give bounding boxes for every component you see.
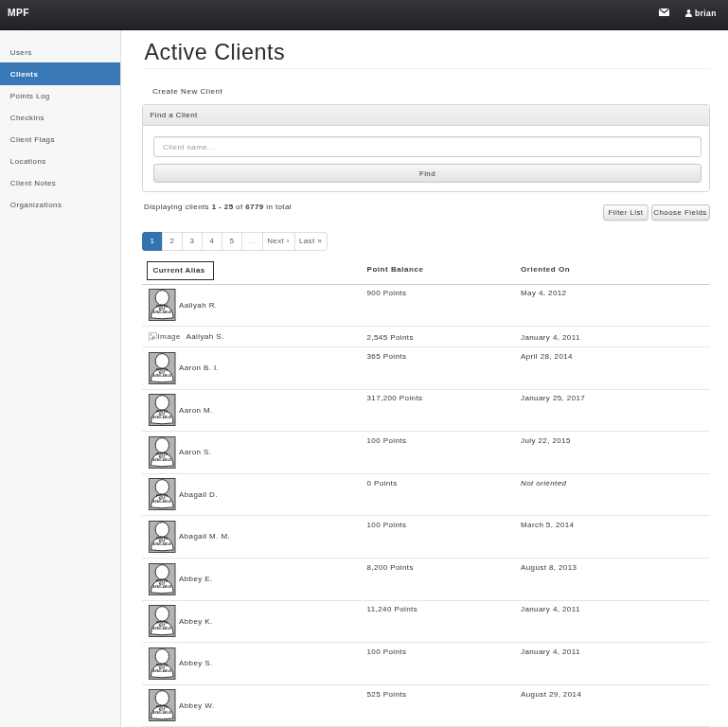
svg-text:AVAILABLE: AVAILABLE: [152, 712, 171, 716]
svg-text:AVAILABLE: AVAILABLE: [152, 374, 171, 378]
svg-text:AVAILABLE: AVAILABLE: [152, 501, 171, 505]
svg-text:AVAILABLE: AVAILABLE: [152, 628, 171, 631]
svg-text:AVAILABLE: AVAILABLE: [152, 542, 171, 546]
svg-text:AVAILABLE: AVAILABLE: [152, 585, 171, 589]
svg-text:AVAILABLE: AVAILABLE: [152, 310, 171, 314]
svg-text:AVAILABLE: AVAILABLE: [152, 669, 171, 673]
svg-text:AVAILABLE: AVAILABLE: [152, 458, 171, 462]
svg-text:AVAILABLE: AVAILABLE: [152, 417, 171, 420]
